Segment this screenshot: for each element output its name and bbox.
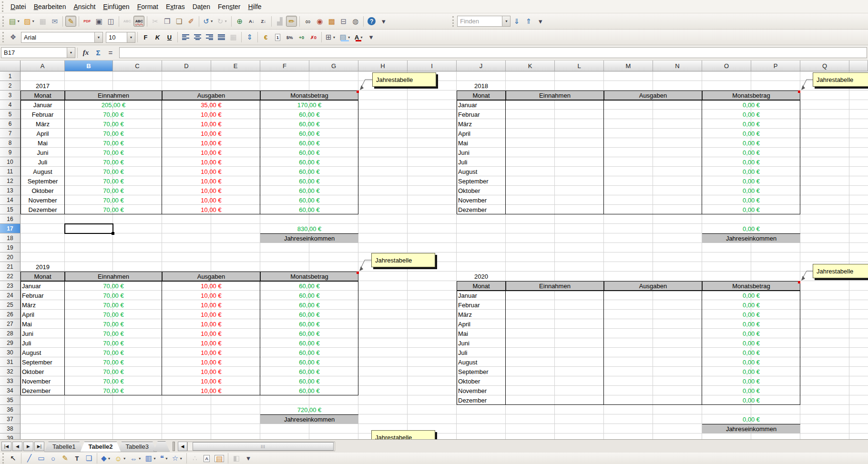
sheet-tab-tabelle3[interactable]: Tabelle3 bbox=[118, 442, 157, 452]
spreadsheet-grid[interactable]: ABCDEFGHIJKLMNOPQ12345678910111213141516… bbox=[0, 61, 868, 439]
print-button[interactable]: ▣ bbox=[93, 16, 104, 27]
table-2018-amount-cell[interactable]: 0,00 € bbox=[702, 148, 800, 157]
table-2017-expense-cell[interactable]: 10,00 € bbox=[162, 148, 260, 157]
table-2017-month-cell[interactable]: Januar bbox=[20, 100, 65, 110]
table-2018-header-einnahmen[interactable]: Einnahmen bbox=[506, 91, 604, 100]
table-2019-total-cell[interactable]: 720,00 € bbox=[260, 405, 358, 414]
table-2018-month-cell[interactable]: September bbox=[457, 176, 506, 186]
table-2019-expense-cell[interactable]: 10,00 € bbox=[162, 386, 260, 395]
row-header-24[interactable]: 24 bbox=[0, 291, 20, 300]
row-header-33[interactable]: 33 bbox=[0, 376, 20, 386]
standard-format-button[interactable]: $% bbox=[284, 32, 295, 43]
menu-einfgen[interactable]: Einfügen bbox=[99, 0, 133, 13]
symbol-shapes-button-dropdown[interactable]: ▼ bbox=[123, 457, 126, 460]
table-2019-month-cell[interactable]: September bbox=[20, 357, 65, 367]
year-label-2019[interactable]: 2019 bbox=[20, 262, 65, 272]
menu-daten[interactable]: Daten bbox=[189, 0, 214, 13]
paste-button[interactable]: ❏ bbox=[174, 16, 184, 27]
column-header-i[interactable]: I bbox=[408, 61, 457, 71]
column-header-h[interactable]: H bbox=[358, 61, 408, 71]
table-2017-month-cell[interactable]: November bbox=[20, 195, 65, 205]
table-2019-expense-cell[interactable]: 10,00 € bbox=[162, 338, 260, 348]
table-2019-month-cell[interactable]: Juli bbox=[20, 338, 65, 348]
table-2017-income-cell[interactable]: 205,00 € bbox=[65, 100, 162, 110]
insert-picture-button[interactable]: ▤ bbox=[213, 453, 225, 464]
table-2019-expense-cell[interactable]: 10,00 € bbox=[162, 300, 260, 310]
sheet-tab-tabelle1[interactable]: Tabelle1 bbox=[44, 442, 83, 452]
table-2019-header-ausgaben[interactable]: Ausgaben bbox=[162, 272, 260, 281]
wrap-text-button[interactable]: ⇕ bbox=[244, 32, 255, 43]
block-arrows-button-dropdown[interactable]: ▼ bbox=[138, 457, 142, 460]
basic-shapes-button[interactable]: ◆▼ bbox=[100, 453, 112, 464]
table-2017-header-ausgaben[interactable]: Ausgaben bbox=[162, 91, 260, 100]
callouts-button-dropdown[interactable]: ▼ bbox=[165, 457, 168, 460]
toolbar-options-button[interactable]: ▾ bbox=[378, 16, 389, 27]
table-2017-header-monatsbetrag[interactable]: Monatsbetrag bbox=[260, 91, 358, 100]
table-2017-income-cell[interactable]: 70,00 € bbox=[65, 138, 162, 148]
row-header-23[interactable]: 23 bbox=[0, 281, 20, 291]
table-2018-amount-cell[interactable]: 0,00 € bbox=[702, 186, 800, 195]
table-2017-income-cell[interactable]: 70,00 € bbox=[65, 176, 162, 186]
next-sheet-button[interactable]: ▶ bbox=[23, 442, 33, 451]
bold-button[interactable]: F bbox=[140, 32, 151, 43]
stars-button-dropdown[interactable]: ▼ bbox=[179, 457, 183, 460]
table-2017-month-cell[interactable]: Dezember bbox=[20, 205, 65, 214]
font-name-input[interactable] bbox=[21, 32, 94, 42]
table-2018-month-cell[interactable]: August bbox=[457, 167, 506, 176]
row-header-21[interactable]: 21 bbox=[0, 262, 20, 272]
row-header-7[interactable]: 7 bbox=[0, 129, 20, 138]
table-2017-income-cell[interactable]: 70,00 € bbox=[65, 110, 162, 119]
table-2020-amount-cell[interactable]: 0,00 € bbox=[702, 329, 800, 338]
table-2017-income-cell[interactable]: 70,00 € bbox=[65, 129, 162, 138]
background-color-button[interactable]: ▨▼ bbox=[338, 32, 352, 43]
table-2017-income-cell[interactable]: 70,00 € bbox=[65, 205, 162, 214]
table-2019-amount-cell[interactable]: 60,00 € bbox=[260, 386, 358, 395]
data-sources-button[interactable]: ⊟ bbox=[338, 16, 349, 27]
line-button[interactable]: ╱ bbox=[24, 453, 35, 464]
table-2019-amount-cell[interactable]: 60,00 € bbox=[260, 300, 358, 310]
select-all-corner[interactable] bbox=[0, 61, 20, 71]
table-2017-header-einnahmen[interactable]: Einnahmen bbox=[65, 91, 162, 100]
table-2020-month-cell[interactable]: Februar bbox=[457, 300, 506, 310]
table-2019-month-cell[interactable]: Februar bbox=[20, 291, 65, 300]
menu-datei[interactable]: Datei bbox=[7, 0, 30, 13]
table-2018-total-cell[interactable]: 0,00 € bbox=[702, 224, 800, 233]
hyperlink-button[interactable]: ⊕ bbox=[234, 16, 245, 27]
table-2018-amount-cell[interactable]: 0,00 € bbox=[702, 195, 800, 205]
year-label-2020[interactable]: 2020 bbox=[457, 272, 506, 281]
name-box-dropdown[interactable]: ▼ bbox=[67, 48, 75, 58]
rectangle-button[interactable]: ▭ bbox=[36, 453, 47, 464]
table-2017-amount-cell[interactable]: 60,00 € bbox=[260, 205, 358, 214]
table-2019-expense-cell[interactable]: 10,00 € bbox=[162, 329, 260, 338]
delete-decimal-button[interactable]: ✗0 bbox=[308, 32, 319, 43]
table-2019-month-cell[interactable]: April bbox=[20, 310, 65, 319]
column-header-o[interactable]: O bbox=[702, 61, 751, 71]
edit-mode-button[interactable]: ✎ bbox=[65, 16, 76, 27]
table-2020-month-cell[interactable]: September bbox=[457, 367, 506, 376]
redo-button-dropdown[interactable]: ▼ bbox=[224, 20, 227, 23]
table-2020-month-cell[interactable]: Juni bbox=[457, 338, 506, 348]
row-header-16[interactable]: 16 bbox=[0, 214, 20, 224]
table-2019-income-cell[interactable]: 70,00 € bbox=[65, 281, 162, 291]
row-header-32[interactable]: 32 bbox=[0, 367, 20, 376]
tab-scrollbar-splitter[interactable] bbox=[173, 442, 175, 451]
table-2020-amount-cell[interactable]: 0,00 € bbox=[702, 357, 800, 367]
name-box[interactable]: ▼ bbox=[1, 47, 75, 58]
table-2018-amount-cell[interactable]: 0,00 € bbox=[702, 129, 800, 138]
table-2019-expense-cell[interactable]: 10,00 € bbox=[162, 376, 260, 386]
column-header-l[interactable]: L bbox=[555, 61, 604, 71]
draw-functions-button[interactable]: ✏ bbox=[286, 16, 297, 27]
table-2017-expense-cell[interactable]: 10,00 € bbox=[162, 167, 260, 176]
row-header-27[interactable]: 27 bbox=[0, 319, 20, 329]
column-header-e[interactable]: E bbox=[211, 61, 260, 71]
table-2018-month-cell[interactable]: Januar bbox=[457, 100, 506, 110]
table-2020-amount-cell[interactable]: 0,00 € bbox=[702, 310, 800, 319]
table-2018-month-cell[interactable]: Dezember bbox=[457, 205, 506, 214]
table-2018-month-cell[interactable]: März bbox=[457, 119, 506, 129]
table-2020-amount-cell[interactable]: 0,00 € bbox=[702, 300, 800, 310]
table-2020-amount-cell[interactable]: 0,00 € bbox=[702, 348, 800, 357]
symbol-shapes-button[interactable]: ☺▼ bbox=[113, 453, 127, 464]
row-header-35[interactable]: 35 bbox=[0, 395, 20, 405]
row-header-26[interactable]: 26 bbox=[0, 310, 20, 319]
table-2019-income-cell[interactable]: 70,00 € bbox=[65, 376, 162, 386]
